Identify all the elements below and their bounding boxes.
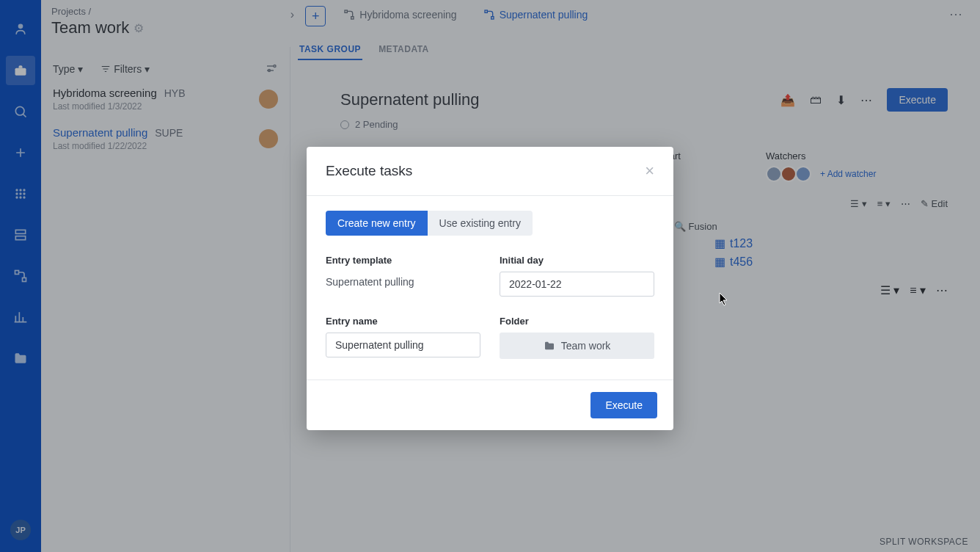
close-icon[interactable]: ×	[645, 163, 654, 179]
folder-selector[interactable]: Team work	[500, 333, 654, 359]
initial-day-label: Initial day	[500, 255, 654, 266]
modal-title: Execute tasks	[326, 163, 412, 179]
execute-tasks-modal: Execute tasks × Create new entry Use exi…	[307, 147, 673, 430]
entry-name-input[interactable]	[326, 333, 480, 357]
folder-icon	[544, 340, 555, 352]
folder-label: Folder	[500, 316, 654, 327]
entry-mode-segment: Create new entry Use existing entry	[326, 211, 533, 236]
use-existing-entry-tab[interactable]: Use existing entry	[428, 211, 533, 236]
entry-template-label: Entry template	[326, 255, 480, 266]
modal-execute-button[interactable]: Execute	[590, 392, 657, 418]
folder-value: Team work	[561, 340, 611, 352]
create-new-entry-tab[interactable]: Create new entry	[326, 211, 428, 236]
entry-name-label: Entry name	[326, 316, 480, 327]
initial-day-input[interactable]	[500, 272, 654, 297]
entry-template-value: Supernatent pulling	[326, 272, 480, 292]
